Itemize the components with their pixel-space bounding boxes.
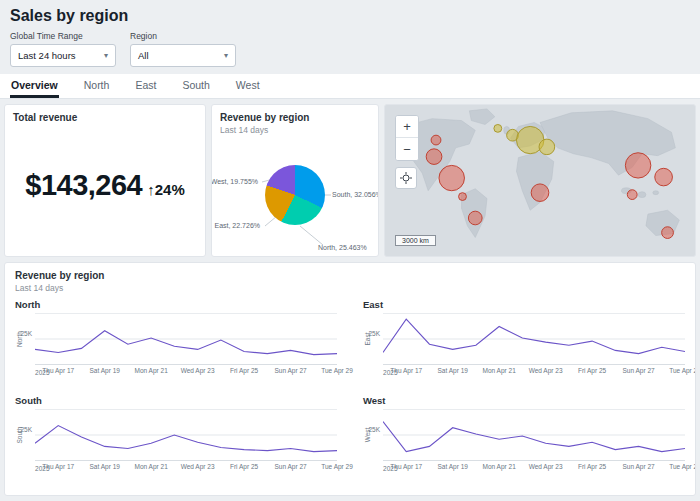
panel-title: Revenue by region xyxy=(15,270,685,281)
single-value: $143,264 ↑24% xyxy=(13,169,197,202)
page-title: Sales by region xyxy=(10,7,690,25)
panel-title: Total revenue xyxy=(13,112,197,123)
reset-view-button[interactable] xyxy=(395,167,417,189)
filter-bar: Global Time Range Last 24 hours ▾ Region… xyxy=(10,31,690,67)
y-axis-tick: 25K xyxy=(20,426,32,433)
line-plot xyxy=(383,313,685,365)
line-plot xyxy=(35,313,337,365)
topbar: Sales by region Global Time Range Last 2… xyxy=(0,0,700,67)
revenue-by-region-pie-panel: Revenue by region Last 14 days West, 19.… xyxy=(211,104,379,257)
sales-map-panel: + − 3000 km xyxy=(384,104,696,257)
pie-label-north: North, 25.463% xyxy=(318,244,367,251)
revenue-by-region-trellis-panel: Revenue by region Last 14 days North Nor… xyxy=(4,262,696,496)
time-range-label: Global Time Range xyxy=(10,31,116,41)
tab-overview[interactable]: Overview xyxy=(10,74,59,98)
y-axis: South 25K xyxy=(15,409,35,461)
chevron-down-icon: ▾ xyxy=(224,51,228,60)
trend-value: 24% xyxy=(155,181,185,198)
tab-north[interactable]: North xyxy=(83,74,111,98)
panel-subtitle: Last 14 days xyxy=(220,125,370,135)
line-charts-grid: North North 25K Thu Apr 172025Sat Apr 19… xyxy=(15,299,685,479)
tab-south[interactable]: South xyxy=(181,74,210,98)
line-plot xyxy=(383,409,685,461)
tab-west[interactable]: West xyxy=(235,74,261,98)
world-map[interactable] xyxy=(385,105,695,256)
top-panel-row: Total revenue $143,264 ↑24% Revenue by r… xyxy=(4,104,696,257)
zoom-out-button[interactable]: − xyxy=(396,138,418,160)
pie-label-west: West, 19.755% xyxy=(211,178,258,185)
x-axis-ticks: Thu Apr 172025Sat Apr 19Mon Apr 21Wed Ap… xyxy=(383,461,685,479)
chart-title: East xyxy=(363,299,685,310)
plot-area: Thu Apr 172025Sat Apr 19Mon Apr 21Wed Ap… xyxy=(35,409,337,479)
y-axis-tick: 25K xyxy=(368,330,380,337)
chart-title: South xyxy=(15,395,337,406)
tab-east[interactable]: East xyxy=(134,74,157,98)
chart-title: North xyxy=(15,299,337,310)
section-header: Revenue by region Last 14 days xyxy=(15,270,685,293)
line-chart-east: East East 25K Thu Apr 172025Sat Apr 19Mo… xyxy=(363,299,685,383)
zoom-control: + − xyxy=(395,115,419,161)
x-axis-ticks: Thu Apr 172025Sat Apr 19Mon Apr 21Wed Ap… xyxy=(35,461,337,479)
pie-label-south: South, 32.056% xyxy=(332,191,379,198)
plot-area: Thu Apr 172025Sat Apr 19Mon Apr 21Wed Ap… xyxy=(383,313,685,383)
line-chart-west: West West 25K Thu Apr 172025Sat Apr 19Mo… xyxy=(363,395,685,479)
panel-subtitle: Last 14 days xyxy=(15,283,685,293)
map-controls: + − xyxy=(395,115,419,189)
crosshair-icon xyxy=(400,172,412,184)
trend-indicator: ↑24% xyxy=(147,181,185,198)
plot-area: Thu Apr 172025Sat Apr 19Mon Apr 21Wed Ap… xyxy=(383,409,685,479)
line-chart-north: North North 25K Thu Apr 172025Sat Apr 19… xyxy=(15,299,337,383)
chart-title: West xyxy=(363,395,685,406)
x-axis-ticks: Thu Apr 172025Sat Apr 19Mon Apr 21Wed Ap… xyxy=(35,365,337,383)
time-range-dropdown[interactable]: Last 24 hours ▾ xyxy=(10,44,116,67)
pie-label-east: East, 22.726% xyxy=(214,222,260,229)
line-chart-south: South South 25K Thu Apr 172025Sat Apr 19… xyxy=(15,395,337,479)
zoom-in-button[interactable]: + xyxy=(396,116,418,138)
x-axis-ticks: Thu Apr 172025Sat Apr 19Mon Apr 21Wed Ap… xyxy=(383,365,685,383)
plot-area: Thu Apr 172025Sat Apr 19Mon Apr 21Wed Ap… xyxy=(35,313,337,383)
y-axis: East 25K xyxy=(363,313,383,365)
panel-title: Revenue by region xyxy=(220,112,370,123)
pie-chart-area: West, 19.755% South, 32.056% East, 22.72… xyxy=(220,138,370,256)
total-revenue-panel: Total revenue $143,264 ↑24% xyxy=(4,104,206,257)
region-dropdown[interactable]: All ▾ xyxy=(130,44,236,67)
global-time-range-filter: Global Time Range Last 24 hours ▾ xyxy=(10,31,116,67)
y-axis: North 25K xyxy=(15,313,35,365)
total-revenue-value: $143,264 xyxy=(25,169,142,202)
region-label: Region xyxy=(130,31,236,41)
trend-up-icon: ↑ xyxy=(147,181,155,198)
region-value: All xyxy=(138,50,149,61)
time-range-value: Last 24 hours xyxy=(18,50,76,61)
y-axis-tick: 25K xyxy=(368,426,380,433)
y-axis-tick: 25K xyxy=(20,330,32,337)
tab-bar: Overview North East South West xyxy=(0,74,700,99)
region-filter: Region All ▾ xyxy=(130,31,236,67)
map-scale: 3000 km xyxy=(395,235,436,246)
pie-chart[interactable] xyxy=(265,165,325,225)
line-plot xyxy=(35,409,337,461)
chevron-down-icon: ▾ xyxy=(104,51,108,60)
y-axis: West 25K xyxy=(363,409,383,461)
